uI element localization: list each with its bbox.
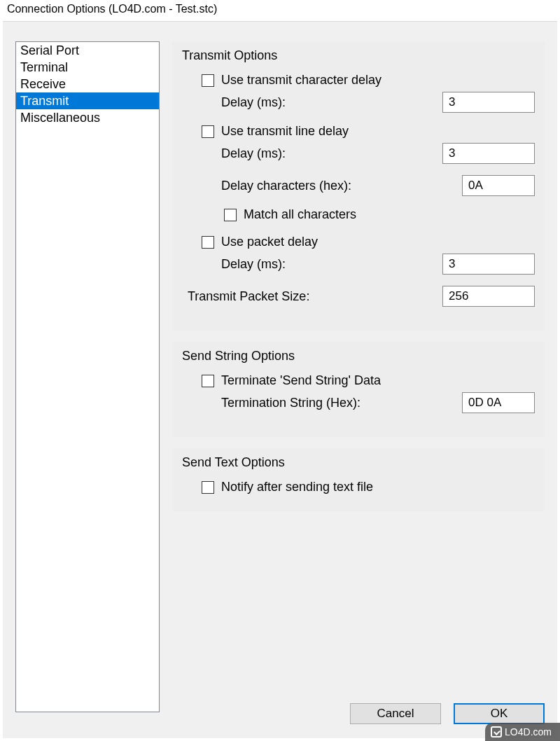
send-text-options-title: Send Text Options xyxy=(182,455,535,470)
sidebar-item-serial-port[interactable]: Serial Port xyxy=(16,42,159,59)
delay-chars-row: Delay characters (hex): xyxy=(182,175,535,196)
packet-delay-ms-input[interactable] xyxy=(442,254,535,275)
category-sidebar: Serial Port Terminal Receive Transmit Mi… xyxy=(15,41,160,712)
packet-delay-checkbox[interactable] xyxy=(202,236,214,249)
download-icon xyxy=(491,726,502,737)
window-title: Connection Options (LO4D.com - Test.stc) xyxy=(0,0,560,21)
packet-size-label: Transmit Packet Size: xyxy=(188,289,442,304)
terminate-label: Terminate 'Send String' Data xyxy=(221,373,381,388)
delay-chars-input[interactable] xyxy=(462,175,535,196)
packet-delay-label: Use packet delay xyxy=(221,235,318,249)
terminate-row: Terminate 'Send String' Data xyxy=(182,373,535,388)
notify-row: Notify after sending text file xyxy=(182,480,535,494)
notify-checkbox[interactable] xyxy=(202,481,214,494)
sidebar-item-transmit[interactable]: Transmit xyxy=(16,92,159,109)
line-delay-checkbox[interactable] xyxy=(202,125,214,138)
term-string-label: Termination String (Hex): xyxy=(221,396,462,410)
send-text-options-group: Send Text Options Notify after sending t… xyxy=(172,448,545,511)
char-delay-ms-label: Delay (ms): xyxy=(221,95,442,110)
sidebar-item-receive[interactable]: Receive xyxy=(16,76,159,92)
transmit-options-group: Transmit Options Use transmit character … xyxy=(172,41,545,331)
sidebar-item-terminal[interactable]: Terminal xyxy=(16,59,159,76)
cancel-button[interactable]: Cancel xyxy=(350,703,441,724)
content-panel: Transmit Options Use transmit character … xyxy=(172,41,545,522)
watermark: LO4D.com xyxy=(485,723,560,741)
sidebar-item-miscellaneous[interactable]: Miscellaneous xyxy=(16,109,159,126)
match-all-label: Match all characters xyxy=(244,207,356,222)
send-string-options-group: Send String Options Terminate 'Send Stri… xyxy=(172,342,545,437)
dialog-button-bar: Cancel OK xyxy=(350,703,545,724)
transmit-options-title: Transmit Options xyxy=(182,48,535,63)
delay-chars-label: Delay characters (hex): xyxy=(221,179,462,193)
line-delay-ms-row: Delay (ms): xyxy=(182,143,535,164)
watermark-text: LO4D.com xyxy=(505,726,552,737)
dialog-body: Serial Port Terminal Receive Transmit Mi… xyxy=(3,21,557,738)
terminate-checkbox[interactable] xyxy=(202,375,214,387)
term-string-input[interactable] xyxy=(462,392,535,413)
term-string-row: Termination String (Hex): xyxy=(182,392,535,413)
char-delay-ms-input[interactable] xyxy=(442,92,535,113)
packet-size-row: Transmit Packet Size: xyxy=(182,286,535,307)
packet-size-input[interactable] xyxy=(442,286,535,307)
char-delay-row: Use transmit character delay xyxy=(182,73,535,88)
line-delay-row: Use transmit line delay xyxy=(182,124,535,139)
packet-delay-ms-label: Delay (ms): xyxy=(221,257,442,272)
match-all-row: Match all characters xyxy=(182,207,535,222)
line-delay-ms-input[interactable] xyxy=(442,143,535,164)
packet-delay-row: Use packet delay xyxy=(182,235,535,249)
send-string-options-title: Send String Options xyxy=(182,349,535,363)
char-delay-checkbox[interactable] xyxy=(202,74,214,87)
match-all-checkbox[interactable] xyxy=(224,209,237,221)
ok-button[interactable]: OK xyxy=(454,703,545,724)
notify-label: Notify after sending text file xyxy=(221,480,373,494)
line-delay-ms-label: Delay (ms): xyxy=(221,146,442,161)
char-delay-label: Use transmit character delay xyxy=(221,73,382,88)
line-delay-label: Use transmit line delay xyxy=(221,124,349,139)
char-delay-ms-row: Delay (ms): xyxy=(182,92,535,113)
packet-delay-ms-row: Delay (ms): xyxy=(182,254,535,275)
